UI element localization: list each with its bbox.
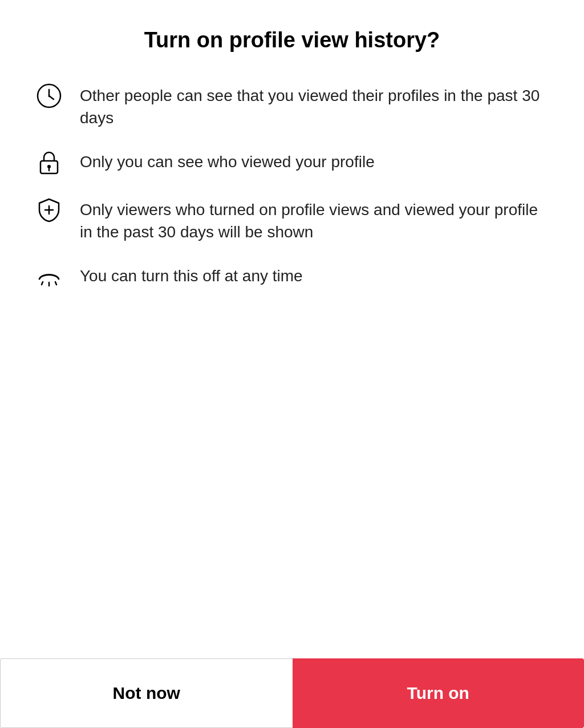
features-list: Other people can see that you viewed the…	[34, 81, 550, 292]
not-now-button[interactable]: Not now	[0, 658, 293, 728]
feature-text-toggle: You can turn this off at any time	[80, 261, 303, 287]
feature-text-shield: Only viewers who turned on profile views…	[80, 195, 550, 243]
shield-plus-icon	[34, 195, 64, 225]
feature-item-history: Other people can see that you viewed the…	[34, 81, 550, 129]
feature-item-shield: Only viewers who turned on profile views…	[34, 195, 550, 243]
eye-closed-icon	[34, 261, 64, 291]
clock-icon	[34, 81, 64, 111]
feature-text-private: Only you can see who viewed your profile	[80, 147, 375, 173]
feature-item-private: Only you can see who viewed your profile	[34, 147, 550, 177]
lock-icon	[34, 147, 64, 177]
svg-line-2	[49, 96, 54, 99]
feature-item-toggle: You can turn this off at any time	[34, 261, 550, 291]
page-container: Turn on profile view history? Other peop…	[0, 0, 584, 636]
feature-text-history: Other people can see that you viewed the…	[80, 81, 550, 129]
turn-on-button[interactable]: Turn on	[293, 658, 585, 728]
button-row: Not now Turn on	[0, 658, 584, 728]
page-title: Turn on profile view history?	[34, 27, 550, 54]
spacer	[34, 291, 550, 636]
